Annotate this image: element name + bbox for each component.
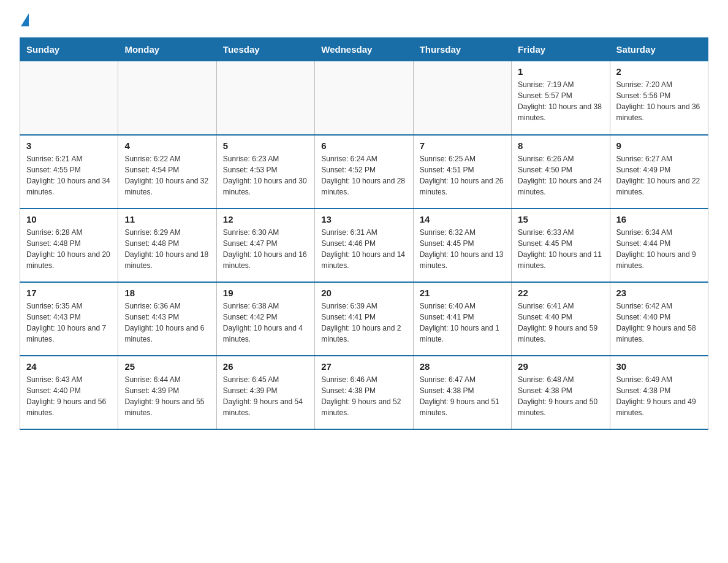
day-number: 24 bbox=[26, 361, 112, 372]
day-cell: 1Sunrise: 7:19 AM Sunset: 5:57 PM Daylig… bbox=[512, 61, 610, 135]
day-info: Sunrise: 6:25 AM Sunset: 4:51 PM Dayligh… bbox=[420, 153, 505, 197]
logo-triangle-icon bbox=[21, 13, 29, 26]
day-info: Sunrise: 6:29 AM Sunset: 4:48 PM Dayligh… bbox=[124, 227, 210, 271]
day-info: Sunrise: 6:26 AM Sunset: 4:50 PM Dayligh… bbox=[518, 153, 603, 197]
day-info: Sunrise: 6:36 AM Sunset: 4:43 PM Dayligh… bbox=[124, 301, 210, 345]
day-info: Sunrise: 6:38 AM Sunset: 4:42 PM Dayligh… bbox=[223, 301, 308, 345]
day-info: Sunrise: 7:20 AM Sunset: 5:56 PM Dayligh… bbox=[616, 79, 702, 123]
day-info: Sunrise: 6:47 AM Sunset: 4:38 PM Dayligh… bbox=[420, 374, 505, 418]
day-number: 13 bbox=[321, 214, 406, 224]
day-info: Sunrise: 6:39 AM Sunset: 4:41 PM Dayligh… bbox=[321, 301, 406, 345]
header-sunday: Sunday bbox=[20, 38, 118, 61]
day-info: Sunrise: 6:48 AM Sunset: 4:38 PM Dayligh… bbox=[518, 374, 603, 418]
week-row-1: 1Sunrise: 7:19 AM Sunset: 5:57 PM Daylig… bbox=[20, 61, 708, 135]
day-number: 5 bbox=[223, 140, 308, 151]
day-cell: 25Sunrise: 6:44 AM Sunset: 4:39 PM Dayli… bbox=[118, 356, 216, 429]
day-number: 4 bbox=[124, 140, 210, 151]
day-cell: 21Sunrise: 6:40 AM Sunset: 4:41 PM Dayli… bbox=[413, 282, 511, 356]
day-info: Sunrise: 6:21 AM Sunset: 4:55 PM Dayligh… bbox=[26, 153, 112, 197]
day-cell bbox=[413, 61, 511, 135]
logo bbox=[20, 15, 29, 26]
day-cell: 23Sunrise: 6:42 AM Sunset: 4:40 PM Dayli… bbox=[610, 282, 708, 356]
page-header bbox=[20, 15, 708, 26]
day-cell bbox=[315, 61, 413, 135]
week-row-3: 10Sunrise: 6:28 AM Sunset: 4:48 PM Dayli… bbox=[20, 209, 708, 282]
day-cell: 14Sunrise: 6:32 AM Sunset: 4:45 PM Dayli… bbox=[413, 209, 511, 282]
day-number: 27 bbox=[321, 361, 406, 372]
day-number: 22 bbox=[518, 288, 603, 298]
day-info: Sunrise: 6:27 AM Sunset: 4:49 PM Dayligh… bbox=[616, 153, 702, 197]
day-cell: 3Sunrise: 6:21 AM Sunset: 4:55 PM Daylig… bbox=[20, 135, 118, 209]
day-info: Sunrise: 6:33 AM Sunset: 4:45 PM Dayligh… bbox=[518, 227, 603, 271]
day-info: Sunrise: 7:19 AM Sunset: 5:57 PM Dayligh… bbox=[518, 79, 603, 123]
day-number: 29 bbox=[518, 361, 603, 372]
header-wednesday: Wednesday bbox=[315, 38, 413, 61]
day-cell: 7Sunrise: 6:25 AM Sunset: 4:51 PM Daylig… bbox=[413, 135, 511, 209]
day-info: Sunrise: 6:31 AM Sunset: 4:46 PM Dayligh… bbox=[321, 227, 406, 271]
day-number: 15 bbox=[518, 214, 603, 224]
day-info: Sunrise: 6:43 AM Sunset: 4:40 PM Dayligh… bbox=[26, 374, 112, 418]
day-info: Sunrise: 6:42 AM Sunset: 4:40 PM Dayligh… bbox=[616, 301, 702, 345]
day-info: Sunrise: 6:49 AM Sunset: 4:38 PM Dayligh… bbox=[616, 374, 702, 418]
day-cell: 27Sunrise: 6:46 AM Sunset: 4:38 PM Dayli… bbox=[315, 356, 413, 429]
day-number: 6 bbox=[321, 140, 406, 151]
day-cell: 20Sunrise: 6:39 AM Sunset: 4:41 PM Dayli… bbox=[315, 282, 413, 356]
day-number: 10 bbox=[26, 214, 112, 224]
day-cell: 5Sunrise: 6:23 AM Sunset: 4:53 PM Daylig… bbox=[216, 135, 314, 209]
day-cell: 2Sunrise: 7:20 AM Sunset: 5:56 PM Daylig… bbox=[610, 61, 708, 135]
day-info: Sunrise: 6:32 AM Sunset: 4:45 PM Dayligh… bbox=[420, 227, 505, 271]
week-row-4: 17Sunrise: 6:35 AM Sunset: 4:43 PM Dayli… bbox=[20, 282, 708, 356]
day-number: 25 bbox=[124, 361, 210, 372]
day-cell: 22Sunrise: 6:41 AM Sunset: 4:40 PM Dayli… bbox=[512, 282, 610, 356]
day-number: 8 bbox=[518, 140, 603, 151]
day-info: Sunrise: 6:23 AM Sunset: 4:53 PM Dayligh… bbox=[223, 153, 308, 197]
day-cell: 6Sunrise: 6:24 AM Sunset: 4:52 PM Daylig… bbox=[315, 135, 413, 209]
day-info: Sunrise: 6:40 AM Sunset: 4:41 PM Dayligh… bbox=[420, 301, 505, 345]
day-info: Sunrise: 6:34 AM Sunset: 4:44 PM Dayligh… bbox=[616, 227, 702, 271]
day-cell: 18Sunrise: 6:36 AM Sunset: 4:43 PM Dayli… bbox=[118, 282, 216, 356]
day-number: 19 bbox=[223, 288, 308, 298]
day-cell: 24Sunrise: 6:43 AM Sunset: 4:40 PM Dayli… bbox=[20, 356, 118, 429]
day-number: 23 bbox=[616, 288, 702, 298]
day-info: Sunrise: 6:46 AM Sunset: 4:38 PM Dayligh… bbox=[321, 374, 406, 418]
day-info: Sunrise: 6:22 AM Sunset: 4:54 PM Dayligh… bbox=[124, 153, 210, 197]
day-cell: 19Sunrise: 6:38 AM Sunset: 4:42 PM Dayli… bbox=[216, 282, 314, 356]
day-number: 11 bbox=[124, 214, 210, 224]
day-cell: 26Sunrise: 6:45 AM Sunset: 4:39 PM Dayli… bbox=[216, 356, 314, 429]
day-info: Sunrise: 6:30 AM Sunset: 4:47 PM Dayligh… bbox=[223, 227, 308, 271]
calendar-table: SundayMondayTuesdayWednesdayThursdayFrid… bbox=[20, 37, 708, 430]
days-header-row: SundayMondayTuesdayWednesdayThursdayFrid… bbox=[20, 38, 708, 61]
day-cell: 4Sunrise: 6:22 AM Sunset: 4:54 PM Daylig… bbox=[118, 135, 216, 209]
day-cell: 10Sunrise: 6:28 AM Sunset: 4:48 PM Dayli… bbox=[20, 209, 118, 282]
week-row-2: 3Sunrise: 6:21 AM Sunset: 4:55 PM Daylig… bbox=[20, 135, 708, 209]
day-cell: 30Sunrise: 6:49 AM Sunset: 4:38 PM Dayli… bbox=[610, 356, 708, 429]
day-number: 26 bbox=[223, 361, 308, 372]
day-info: Sunrise: 6:35 AM Sunset: 4:43 PM Dayligh… bbox=[26, 301, 112, 345]
day-number: 1 bbox=[518, 66, 603, 77]
week-row-5: 24Sunrise: 6:43 AM Sunset: 4:40 PM Dayli… bbox=[20, 356, 708, 429]
day-info: Sunrise: 6:41 AM Sunset: 4:40 PM Dayligh… bbox=[518, 301, 603, 345]
day-cell: 11Sunrise: 6:29 AM Sunset: 4:48 PM Dayli… bbox=[118, 209, 216, 282]
day-number: 2 bbox=[616, 66, 702, 77]
header-tuesday: Tuesday bbox=[216, 38, 314, 61]
day-cell bbox=[216, 61, 314, 135]
day-number: 9 bbox=[616, 140, 702, 151]
day-number: 14 bbox=[420, 214, 505, 224]
day-number: 17 bbox=[26, 288, 112, 298]
header-saturday: Saturday bbox=[610, 38, 708, 61]
day-cell: 28Sunrise: 6:47 AM Sunset: 4:38 PM Dayli… bbox=[413, 356, 511, 429]
day-cell: 16Sunrise: 6:34 AM Sunset: 4:44 PM Dayli… bbox=[610, 209, 708, 282]
day-number: 28 bbox=[420, 361, 505, 372]
day-cell: 17Sunrise: 6:35 AM Sunset: 4:43 PM Dayli… bbox=[20, 282, 118, 356]
day-number: 20 bbox=[321, 288, 406, 298]
header-thursday: Thursday bbox=[413, 38, 511, 61]
day-number: 16 bbox=[616, 214, 702, 224]
day-info: Sunrise: 6:28 AM Sunset: 4:48 PM Dayligh… bbox=[26, 227, 112, 271]
day-number: 7 bbox=[420, 140, 505, 151]
day-number: 18 bbox=[124, 288, 210, 298]
day-cell: 8Sunrise: 6:26 AM Sunset: 4:50 PM Daylig… bbox=[512, 135, 610, 209]
day-cell: 13Sunrise: 6:31 AM Sunset: 4:46 PM Dayli… bbox=[315, 209, 413, 282]
header-monday: Monday bbox=[118, 38, 216, 61]
header-friday: Friday bbox=[512, 38, 610, 61]
day-cell bbox=[20, 61, 118, 135]
